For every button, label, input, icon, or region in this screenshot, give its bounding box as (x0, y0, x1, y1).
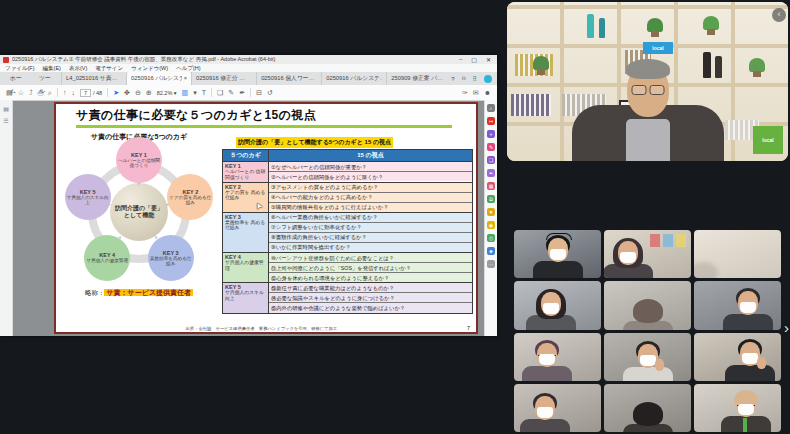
participant-person (631, 341, 665, 381)
organize-pages-icon[interactable]: ▦ (487, 182, 495, 190)
toolbar-separator (250, 88, 251, 97)
document-tab[interactable]: 250909 修正案 パ… (386, 72, 451, 85)
tab-close-icon[interactable]: × (184, 72, 187, 85)
pen-tool-icon[interactable]: ✑ (462, 89, 468, 96)
fit-page-caret-icon[interactable]: ▾ (193, 89, 197, 96)
shelf-plant (703, 16, 719, 30)
document-tab[interactable]: 0250916 修正分 … (191, 72, 256, 85)
fill-sign-tool-icon[interactable]: ✒ (487, 169, 495, 177)
participant-video-tile[interactable] (694, 281, 781, 329)
edit-pdf-icon[interactable]: ✎ (487, 143, 495, 151)
help-icon[interactable]: ? (451, 76, 454, 82)
comment-tool-icon[interactable]: ❏ (487, 156, 495, 164)
user-avatar[interactable] (484, 75, 492, 83)
document-tab[interactable]: 0250916 パルシステ… (321, 72, 386, 85)
document-tab[interactable]: 0250916 個人ワー… (256, 72, 321, 85)
profile-icon[interactable]: ☻ (484, 89, 491, 96)
shelf-bottle (703, 52, 711, 78)
save-icon[interactable]: ▤ (6, 89, 13, 96)
document-tab[interactable]: L4_0251016 サ責… (61, 72, 126, 85)
menu-item[interactable]: 編集(E) (43, 65, 61, 72)
mail-icon[interactable]: ✉ (473, 89, 479, 96)
window-maximize-button[interactable]: ▢ (471, 56, 477, 63)
participant-video-tile[interactable] (694, 333, 781, 381)
participant-person (631, 398, 665, 432)
participant-video-tile[interactable] (604, 281, 691, 329)
stamp-icon[interactable]: ◉ (487, 221, 495, 229)
menu-item[interactable]: ファイル(F) (5, 65, 35, 72)
participant-video-tile[interactable] (514, 384, 601, 432)
zoom-out-icon[interactable]: ⊖ (135, 89, 141, 96)
create-pdf-icon[interactable]: + (487, 130, 495, 138)
zoom-in-icon[interactable]: ⊕ (146, 89, 152, 96)
previous-page-icon[interactable]: ↑ (63, 89, 67, 96)
abbreviation-label: 略称： (85, 289, 105, 296)
document-tab[interactable]: 0250916 パルシステ…× (126, 72, 191, 85)
tab-nav[interactable]: ホーム (3, 72, 32, 85)
tab-nav[interactable]: ツール (32, 72, 61, 85)
face-mask (537, 407, 553, 418)
participant-video-tile[interactable] (694, 230, 781, 278)
menu-bar: ファイル(F)編集(E)表示(V)電子サインウィンドウ(W)ヘルプ(H) (0, 64, 497, 72)
pencil-icon[interactable]: ✎ (228, 89, 234, 96)
export-pdf-icon[interactable]: ↦ (487, 117, 495, 125)
viewpoint-item: ⑮内外の研修や会議にどのような姿勢で臨めばよいか？ (269, 302, 472, 312)
combine-files-icon[interactable]: ⧉ (487, 195, 495, 203)
menu-item[interactable]: 電子サイン (95, 65, 123, 72)
search-icon[interactable]: ⌕ (48, 89, 52, 96)
head-lowered (633, 299, 663, 323)
compress-pdf-icon[interactable]: ▼ (487, 208, 495, 216)
menu-item[interactable]: ヘルプ(H) (176, 65, 201, 72)
participant-video-tile[interactable] (514, 281, 601, 329)
undo-icon[interactable]: ↺ (267, 89, 273, 96)
participant-video-tile[interactable] (604, 384, 691, 432)
share-icon[interactable]: ⤴ (29, 89, 33, 96)
zoom-level-dropdown[interactable]: 82.2% ▾ (157, 90, 177, 96)
hand-tool-icon[interactable]: ✥ (124, 89, 130, 96)
apps-grid-icon[interactable]: ⠿ (473, 75, 477, 82)
star-icon[interactable]: ☆ (18, 89, 24, 96)
items-cell: ⑥ヘルパー業務の負担をいかに軽減するか？⑦シフト調整をいかに効率化するか？⑧書類… (269, 212, 473, 252)
menu-item[interactable]: 表示(V) (69, 65, 87, 72)
window-minimize-button[interactable]: – (459, 56, 462, 63)
delete-icon[interactable]: ⊟ (256, 89, 262, 96)
source-note: 出所：全社協 サービス提供責任者 業務ハンドブックを引用、研修にて加工 (56, 326, 467, 331)
participant-video-tile[interactable] (604, 230, 691, 278)
table-row: KEY 5サ責個人のスキル向上⑬新任サ責に必要な職業能力はどのようなものか？⑭必… (223, 283, 473, 313)
speaker-hair (626, 59, 670, 79)
window-close-button[interactable]: ✕ (486, 56, 491, 63)
participant-video-tile[interactable] (514, 230, 601, 278)
next-page-icon[interactable]: ↓ (71, 89, 75, 96)
print-icon[interactable]: ⎙ (37, 89, 43, 96)
print-production-icon[interactable]: ⎙ (487, 234, 495, 242)
more-tools-icon[interactable]: ⋯ (487, 260, 495, 268)
speaker-video-tile[interactable]: locallocal ‹ (507, 2, 788, 161)
participant-video-tile[interactable] (604, 333, 691, 381)
gallery-collapse-icon[interactable]: ‹ (772, 8, 786, 22)
menu-item[interactable]: ウィンドウ(W) (131, 65, 168, 72)
search-tool-icon[interactable]: ⌕ (487, 104, 495, 112)
document-tab-label: 0250916 パルシステ… (326, 72, 382, 85)
fill-sign-icon[interactable]: ✒ (239, 89, 245, 96)
protect-icon[interactable]: ◈ (487, 247, 495, 255)
face-mask (738, 404, 754, 415)
key-label: サ責個人のスキル向上 (67, 195, 109, 205)
presenter-tool-icon[interactable]: T (202, 89, 206, 96)
gallery-next-icon[interactable]: › (784, 320, 789, 335)
face-mask (539, 354, 555, 365)
page-current-input[interactable]: 7 (80, 89, 91, 97)
meeting-screen: 0250916 パルシステム① 午前研修会 議事資料 午後の宿題、業務改革など … (0, 0, 790, 434)
select-tool-icon[interactable]: ➤ (113, 89, 119, 96)
page-indicator[interactable]: 7 / 48 (80, 89, 102, 97)
comment-icon[interactable]: ❏ (217, 89, 223, 96)
participant-video-tile[interactable] (694, 384, 781, 432)
bell-icon[interactable]: ⍾ (462, 75, 466, 82)
key-label: サ責個人の健康管理 (86, 258, 128, 263)
table-row: KEY 4サ責個人の健康管理⑩バーンアウト症候群を防ぐために必要なことは？⑪上司… (223, 253, 473, 283)
fit-page-icon[interactable]: ▥ (182, 89, 189, 96)
bookmarks-icon[interactable]: ☰ (3, 117, 8, 124)
page-thumbnails-icon[interactable]: ▤ (3, 105, 9, 112)
document-tab-label: 0250916 個人ワー… (261, 72, 317, 85)
participant-video-tile[interactable] (514, 333, 601, 381)
participant-person (530, 340, 564, 381)
